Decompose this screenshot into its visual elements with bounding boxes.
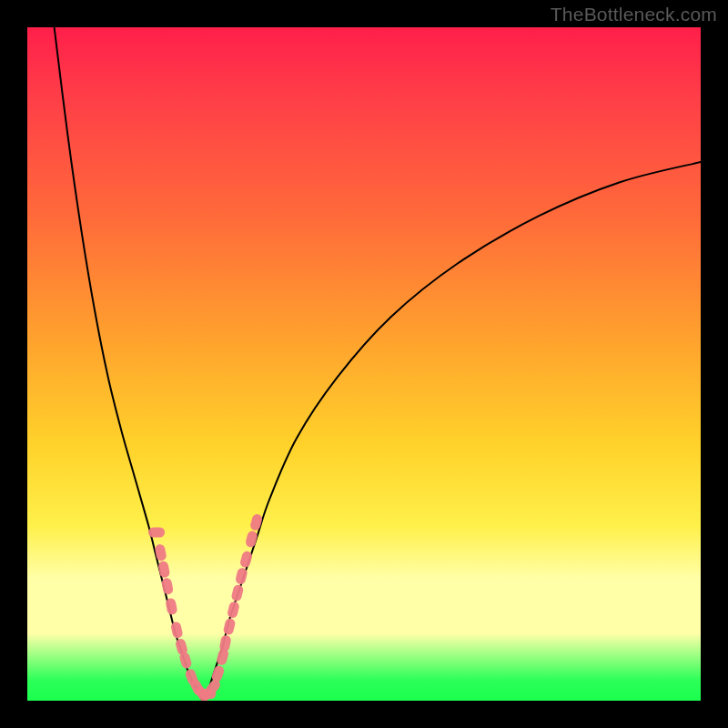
svg-rect-2 — [157, 561, 170, 579]
svg-rect-18 — [230, 584, 244, 602]
series-layer — [55, 27, 701, 701]
marker-point — [230, 584, 244, 602]
curve-left-branch — [55, 27, 203, 701]
outer-frame: TheBottleneck.com — [0, 0, 728, 728]
chart-svg — [27, 27, 701, 701]
svg-rect-13 — [210, 664, 225, 683]
marker-point — [227, 601, 240, 619]
marker-point — [210, 664, 225, 683]
plot-area — [27, 27, 701, 701]
curve-right-branch — [202, 162, 701, 701]
svg-rect-0 — [148, 528, 165, 538]
svg-rect-17 — [227, 601, 240, 619]
svg-rect-21 — [245, 530, 258, 548]
svg-rect-22 — [249, 513, 263, 531]
marker-point — [245, 530, 258, 548]
marker-point — [223, 618, 237, 636]
marker-layer — [148, 513, 263, 701]
marker-point — [148, 528, 165, 538]
watermark-text: TheBottleneck.com — [551, 4, 717, 25]
marker-point — [249, 513, 263, 531]
svg-rect-16 — [223, 618, 237, 636]
marker-point — [157, 561, 170, 579]
